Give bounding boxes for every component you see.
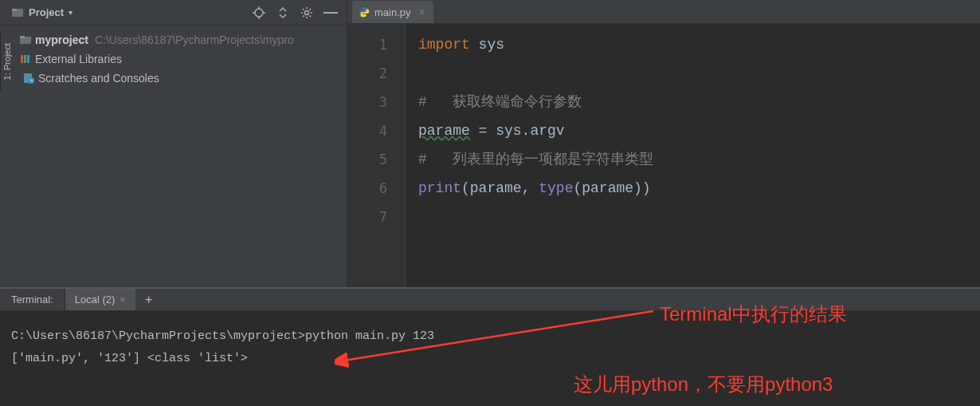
project-tool-window: Project ▾ — ▶ myproject C:\Users\86187\P…	[0, 0, 347, 287]
project-header-actions: —	[253, 6, 342, 19]
terminal-tabbar: Terminal: Local (2) × +	[0, 289, 980, 311]
tree-external-libraries[interactable]: ▶ External Libraries	[0, 49, 347, 69]
project-root-path: C:\Users\86187\PycharmProjects\mypro	[95, 34, 294, 46]
terminal-tab-local[interactable]: Local (2) ×	[65, 289, 135, 310]
terminal-panel-label: Terminal:	[0, 289, 65, 310]
code-editor[interactable]: 1 2 3 4 5 6 7 import sys # 获取终端命令行参数 par…	[347, 24, 980, 287]
project-view-selector[interactable]: Project ▾	[5, 5, 79, 21]
chevron-down-icon: ▾	[69, 8, 73, 17]
terminal-line: C:\Users\86187\PycharmProjects\myproject…	[11, 325, 969, 348]
editor-tabbar: main.py ×	[347, 0, 980, 24]
svg-rect-20	[27, 55, 29, 63]
terminal-line: ['main.py', '123'] <class 'list'>	[11, 348, 969, 370]
tree-scratches[interactable]: Scratches and Consoles	[0, 69, 347, 88]
svg-line-15	[310, 9, 312, 10]
external-libraries-label: External Libraries	[35, 53, 122, 65]
project-root-name: myproject	[35, 34, 88, 46]
line-gutter: 1 2 3 4 5 6 7	[347, 24, 403, 287]
terminal-output[interactable]: C:\Users\86187\PycharmProjects\myproject…	[0, 311, 980, 406]
terminal-panel: Terminal: Local (2) × + C:\Users\86187\P…	[0, 287, 980, 406]
svg-rect-18	[21, 55, 23, 63]
libraries-icon	[19, 53, 32, 65]
tree-root[interactable]: ▶ myproject C:\Users\86187\PycharmProjec…	[0, 30, 347, 49]
gear-icon[interactable]	[300, 6, 313, 19]
folder-icon	[19, 34, 32, 46]
add-terminal-button[interactable]: +	[135, 293, 162, 307]
project-side-tab[interactable]: 1: Project	[0, 32, 14, 91]
expand-all-icon[interactable]	[276, 6, 289, 19]
svg-rect-19	[24, 55, 26, 63]
editor-tab-label: main.py	[374, 6, 411, 18]
close-icon[interactable]: ×	[419, 6, 425, 18]
project-title: Project	[29, 6, 64, 18]
project-icon	[11, 6, 24, 19]
project-tree[interactable]: ▶ myproject C:\Users\86187\PycharmProjec…	[0, 26, 347, 287]
hide-panel-icon[interactable]: —	[324, 6, 337, 19]
svg-rect-1	[12, 9, 17, 11]
scratches-label: Scratches and Consoles	[38, 72, 159, 85]
svg-line-13	[310, 15, 312, 17]
svg-line-14	[303, 15, 304, 17]
project-panel-header: Project ▾ —	[0, 0, 347, 26]
svg-line-12	[303, 9, 304, 10]
editor-panel: main.py × 1 2 3 4 5 6 7 import sys # 获取终…	[347, 0, 980, 287]
svg-point-2	[255, 9, 263, 17]
locate-icon[interactable]	[253, 6, 265, 19]
svg-rect-17	[20, 36, 25, 38]
close-icon[interactable]: ×	[120, 294, 126, 305]
python-file-icon	[359, 6, 370, 18]
code-area[interactable]: import sys # 获取终端命令行参数 parame = sys.argv…	[406, 24, 980, 287]
svg-point-7	[305, 10, 309, 14]
scratches-icon	[22, 72, 35, 85]
editor-tab-main[interactable]: main.py ×	[352, 1, 433, 23]
